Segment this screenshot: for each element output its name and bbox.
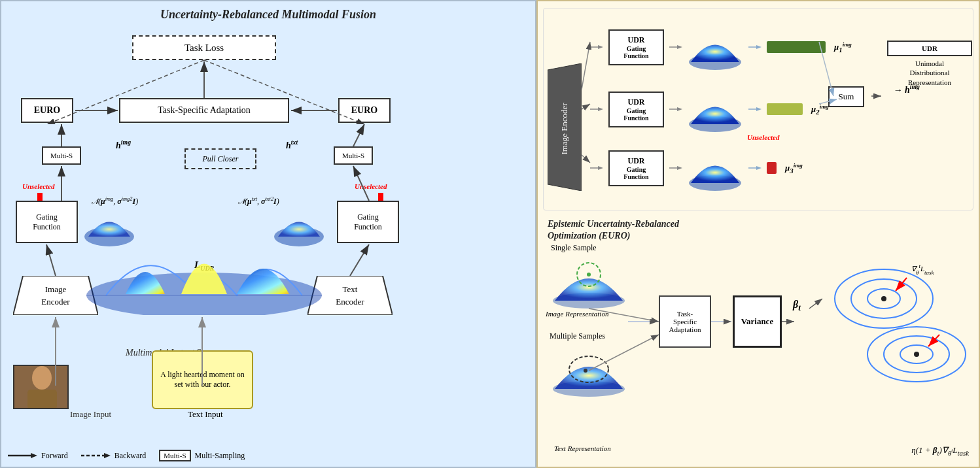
udr-box-2: UDR GatingFunction: [608, 92, 664, 127]
image-encoder-right-icon: Image Encoder: [548, 63, 582, 191]
euro-right-label: EURO: [351, 105, 377, 116]
udr-label-3: UDR: [628, 156, 645, 166]
arrow-surface1-icon: [748, 42, 761, 52]
arrow-to-udr1-icon: [590, 42, 603, 52]
ellipses-icon: ∇θtLtask: [831, 259, 969, 384]
mu1-label: μ1img: [834, 41, 852, 54]
arrow-surface2-icon: [748, 105, 761, 114]
udr-label-2: UDR: [628, 97, 645, 107]
legend-multisampling: Multi-S Multi-Sampling: [159, 450, 245, 461]
surface-right-icon: [273, 204, 325, 246]
svg-line-15: [46, 244, 56, 276]
eta-formula: η(1 + βt)∇θtLtask: [911, 445, 969, 457]
gating-label-1: GatingFunction: [623, 45, 648, 59]
beta-label: βt: [793, 299, 801, 313]
unselected-left-label: Unselected: [22, 182, 54, 190]
arrow-from-udr3-icon: [669, 163, 682, 173]
person-photo-icon: [14, 365, 67, 409]
udr-row-2: UDR GatingFunction μ2img: [590, 86, 829, 132]
euro-title-label: Epistemic Uncertainty-RebalancedOptimiza…: [548, 219, 679, 241]
color-bar-1: [767, 41, 826, 53]
task-specific-label: Task-Specific Adaptation: [158, 105, 251, 116]
right-panel: AdaptiveDistributionSelector Image Encod…: [536, 0, 980, 468]
gating-label-2: GatingFunction: [623, 107, 648, 122]
svg-point-57: [587, 273, 591, 276]
image-encoder-right-box: Image Encoder: [548, 63, 582, 191]
task-specific-right-box: Task-SpecificAdaptation: [659, 295, 711, 348]
svg-marker-40: [756, 45, 761, 49]
color-bar-3: [767, 162, 777, 174]
euro-right-box: EURO: [338, 98, 391, 123]
task-specific-right-label: Task-SpecificAdaptation: [669, 310, 701, 333]
udr-row-3: UDR GatingFunction μ3img Unselected: [590, 145, 803, 191]
unselected-right-label-2: Unselected: [747, 133, 779, 141]
pull-closer-box: Pull Closer: [184, 148, 256, 169]
euro-left-box: EURO: [21, 98, 73, 123]
surface-gating-left: [83, 204, 135, 246]
multi-s-legend-box: Multi-S: [159, 450, 190, 461]
svg-point-64: [881, 296, 886, 301]
text-rep-label: Text Representation: [554, 444, 611, 452]
task-loss-box: Task Loss: [132, 35, 276, 60]
svg-text:Encoder: Encoder: [336, 297, 364, 307]
svg-marker-44: [677, 107, 682, 111]
svg-rect-8: [27, 390, 57, 409]
multiple-samples-surface-icon: [550, 338, 628, 397]
svg-marker-35: [598, 45, 603, 49]
udr-box-1: UDR GatingFunction: [608, 29, 664, 65]
svg-point-7: [32, 366, 52, 390]
bar-mu-1: [767, 41, 826, 53]
arrow-to-udr2-icon: [590, 105, 603, 114]
multi-s-right-box: Multi-S: [334, 146, 373, 165]
single-sample-surface-icon: [550, 250, 628, 309]
gating-right-label: GatingFunction: [354, 212, 382, 232]
svg-marker-49: [598, 166, 603, 170]
gating-label-3: GatingFunction: [623, 166, 648, 180]
euro-left-label: EURO: [34, 105, 60, 116]
svg-text:Text: Text: [343, 284, 358, 294]
task-loss-label: Task Loss: [184, 42, 224, 54]
single-sample-surface: [550, 250, 628, 309]
h-txt-label: htxt: [286, 139, 298, 151]
task-specific-box: Task-Specific Adaptation: [119, 98, 289, 123]
svg-text:∇θtLtask: ∇θtLtask: [911, 263, 935, 276]
svg-marker-42: [598, 107, 603, 111]
left-title: Uncertainty-Rebalanced Multimodal Fusion: [8, 8, 529, 22]
svg-marker-37: [677, 45, 682, 49]
sum-box: Sum: [828, 86, 864, 107]
svg-line-20: [353, 124, 364, 146]
legend-forward-label: Forward: [41, 451, 68, 461]
left-panel: Uncertainty-Rebalanced Multimodal Fusion…: [0, 0, 536, 468]
svg-line-16: [350, 244, 369, 276]
arrow-to-udr3-icon: [590, 163, 603, 173]
surface-udr1-icon: [688, 24, 743, 70]
bar-mu-2: [767, 103, 803, 115]
svg-text:Encoder: Encoder: [41, 297, 70, 307]
bar-mu-3: [767, 162, 777, 174]
mu2-label: μ2img: [811, 103, 829, 116]
forward-arrow-icon: [8, 451, 37, 460]
unselected-right-label: Unselected: [355, 182, 387, 190]
gating-function-left: GatingFunction: [16, 201, 78, 243]
pull-closer-label: Pull Closer: [202, 154, 238, 164]
backward-arrow-icon: [81, 451, 111, 460]
concentric-ellipses: ∇θtLtask: [831, 259, 969, 384]
svg-marker-31: [104, 453, 111, 458]
euro-section-title: Epistemic Uncertainty-RebalancedOptimiza…: [548, 218, 679, 242]
caption-text: A light hearted moment on set with our a…: [156, 370, 249, 390]
surface-left-icon: [83, 204, 135, 246]
udr-acronym-box: UDR: [887, 41, 972, 56]
image-input-photo: [13, 365, 69, 409]
svg-point-71: [914, 352, 919, 357]
variance-box: Variance: [733, 295, 782, 348]
multi-s-left-box: Multi-S: [42, 146, 81, 165]
multi-s-right-label: Multi-S: [342, 152, 364, 159]
surface-udr3-icon: [688, 145, 743, 191]
arrow-from-udr1-icon: [669, 42, 682, 52]
svg-line-86: [809, 299, 822, 309]
text-caption-box: A light hearted moment on set with our a…: [152, 350, 253, 409]
h-img-label: himg: [116, 139, 131, 151]
arrow-surface3-icon: [748, 163, 761, 173]
mu3-label: μ3img: [785, 162, 803, 175]
svg-marker-29: [31, 453, 37, 458]
